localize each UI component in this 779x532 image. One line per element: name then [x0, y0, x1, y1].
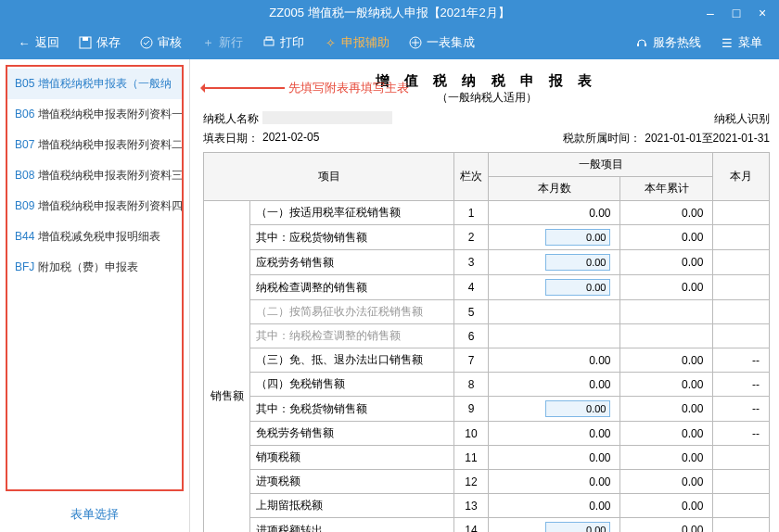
sidebar-list: B05增值税纳税申报表（一般纳B06增值税纳税申报表附列资料一B07增值税纳税申… [6, 65, 184, 491]
month-cell [489, 324, 620, 348]
row-index: 4 [454, 275, 489, 300]
year-cell [620, 300, 713, 324]
table-row: 纳税检查调整的销售额40.00 [204, 275, 770, 300]
print-icon [262, 35, 276, 50]
extra-cell: -- [713, 397, 770, 422]
table-row: 免税劳务销售额100.000.00-- [204, 422, 770, 446]
table-row: 应税劳务销售额30.00 [204, 250, 770, 275]
row-index: 12 [454, 470, 489, 494]
sidebar-item-B06[interactable]: B06增值税纳税申报表附列资料一 [7, 99, 182, 130]
extra-cell [713, 446, 770, 470]
table-row: 进项税额转出140.00 [204, 518, 770, 533]
group-cell: 销售额 [204, 201, 250, 533]
filldate-label: 填表日期： [203, 131, 259, 146]
audit-button[interactable]: 审核 [132, 31, 189, 55]
row-title: 上期留抵税额 [250, 494, 454, 518]
table-row: 销项税额110.000.00 [204, 446, 770, 470]
row-index: 2 [454, 225, 489, 250]
month-input[interactable] [545, 229, 610, 246]
row-index: 7 [454, 348, 489, 373]
year-cell: 0.00 [620, 446, 713, 470]
month-input[interactable] [545, 254, 610, 271]
svg-rect-1 [83, 37, 88, 41]
svg-rect-6 [637, 44, 639, 46]
assist-button[interactable]: ✧申报辅助 [315, 31, 397, 55]
extra-cell [713, 201, 770, 225]
year-cell: 0.00 [620, 275, 713, 300]
month-cell: 0.00 [489, 348, 620, 373]
month-cell [489, 250, 620, 275]
row-title: （二）按简易征收办法征税销售额 [250, 300, 454, 324]
row-index: 11 [454, 446, 489, 470]
row-title: （四）免税销售额 [250, 373, 454, 397]
title-bar: ZZ005 增值税一般纳税人申报【2021年2月】 – □ × [0, 0, 779, 26]
month-cell [489, 300, 620, 324]
svg-rect-3 [264, 40, 274, 45]
assist-icon: ✧ [323, 35, 338, 50]
print-button[interactable]: 打印 [254, 31, 312, 55]
sidebar-footer[interactable]: 表单选择 [0, 497, 189, 532]
minimize-button[interactable]: – [701, 6, 720, 20]
table-row: （二）按简易征收办法征税销售额5 [204, 300, 770, 324]
annotation-arrow [201, 87, 285, 89]
back-icon: ← [17, 35, 32, 50]
month-cell [489, 518, 620, 533]
row-index: 14 [454, 518, 489, 533]
extra-cell: -- [713, 373, 770, 397]
table-row: 其中：纳税检查调整的销售额6 [204, 324, 770, 348]
month-cell: 0.00 [489, 422, 620, 446]
id-label: 纳税人识别 [714, 111, 770, 127]
row-index: 9 [454, 397, 489, 422]
extra-cell [713, 250, 770, 275]
extra-cell [713, 324, 770, 348]
extra-cell [713, 225, 770, 250]
month-cell: 0.00 [489, 373, 620, 397]
month-input[interactable] [545, 522, 610, 532]
th-project: 项目 [204, 153, 454, 201]
headset-icon [634, 35, 649, 50]
month-input[interactable] [545, 279, 610, 296]
table-row: 上期留抵税额130.000.00 [204, 494, 770, 518]
annotation-text: 先填写附表再填写主表 [288, 80, 409, 96]
sidebar-item-B44[interactable]: B44增值税减免税申报明细表 [7, 222, 182, 252]
year-cell: 0.00 [620, 470, 713, 494]
year-cell: 0.00 [620, 518, 713, 533]
table-row: 其中：应税货物销售额20.00 [204, 225, 770, 250]
menu-button[interactable]: ☰菜单 [712, 31, 770, 55]
th-col: 栏次 [454, 153, 489, 201]
back-button[interactable]: ←返回 [9, 31, 67, 55]
period-value: 2021-01-01至2021-01-31 [645, 131, 770, 146]
integ-button[interactable]: 一表集成 [401, 31, 482, 55]
sidebar-item-B09[interactable]: B09增值税纳税申报表附列资料四 [7, 191, 182, 222]
payer-value [262, 111, 392, 124]
month-cell: 0.00 [489, 494, 620, 518]
extra-cell [713, 275, 770, 300]
row-index: 3 [454, 250, 489, 275]
report-table: 项目 栏次 一般项目 本月 本月数 本年累计 销售额（一）按适用税率征税销售额1… [203, 152, 770, 532]
row-title: （一）按适用税率征税销售额 [250, 201, 454, 225]
extra-cell [713, 494, 770, 518]
newrow-button: ＋新行 [193, 31, 250, 55]
month-input[interactable] [545, 400, 610, 417]
month-cell: 0.00 [489, 446, 620, 470]
row-index: 1 [454, 201, 489, 225]
sidebar-item-B08[interactable]: B08增值税纳税申报表附列资料三 [7, 160, 182, 191]
close-button[interactable]: × [753, 6, 772, 20]
content-area: 先填写附表再填写主表 增 值 税 纳 税 申 报 表 （一般纳税人适用） 纳税人… [190, 59, 779, 532]
toolbar: ←返回 保存 审核 ＋新行 打印 ✧申报辅助 一表集成 服务热线 ☰菜单 [0, 26, 779, 59]
maximize-button[interactable]: □ [727, 6, 746, 20]
sidebar-item-B07[interactable]: B07增值税纳税申报表附列资料二 [7, 130, 182, 160]
row-index: 6 [454, 324, 489, 348]
row-title: 应税劳务销售额 [250, 250, 454, 275]
svg-rect-7 [645, 44, 646, 46]
save-button[interactable]: 保存 [70, 31, 128, 55]
th-month2: 本月 [713, 153, 770, 201]
hotline-button[interactable]: 服务热线 [627, 31, 709, 55]
window-title: ZZ005 增值税一般纳税人申报【2021年2月】 [269, 5, 509, 21]
payer-label: 纳税人名称 [203, 111, 259, 127]
row-title: 其中：免税货物销售额 [250, 397, 454, 422]
sidebar-item-B05[interactable]: B05增值税纳税申报表（一般纳 [7, 69, 182, 99]
row-index: 5 [454, 300, 489, 324]
menu-icon: ☰ [720, 35, 734, 50]
sidebar-item-BFJ[interactable]: BFJ附加税（费）申报表 [7, 252, 182, 283]
